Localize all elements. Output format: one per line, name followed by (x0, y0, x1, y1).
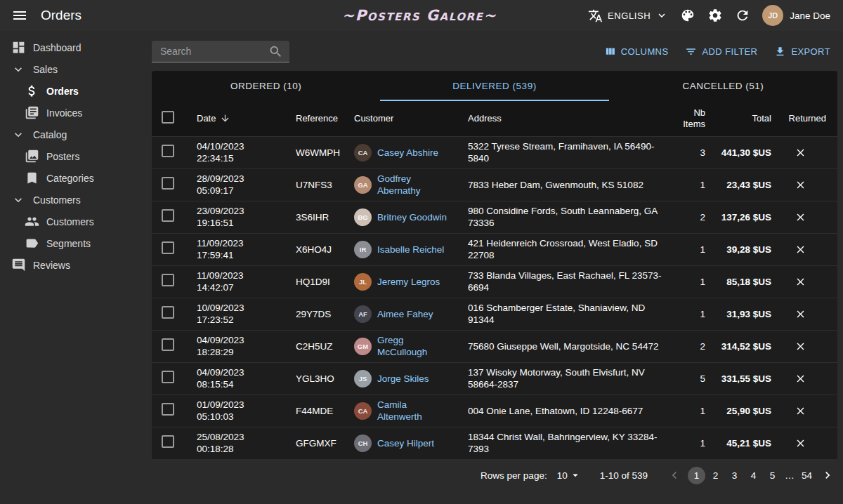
chevron-down-icon (655, 9, 668, 22)
user-menu[interactable]: JD Jane Doe (762, 5, 830, 26)
library-books-icon (23, 105, 40, 120)
customer-link[interactable]: Isabelle Reichel (377, 244, 444, 256)
sidebar-item-orders[interactable]: Orders (0, 80, 152, 102)
next-page-button[interactable] (819, 467, 836, 484)
page-button-3[interactable]: 3 (726, 467, 743, 484)
column-header-total[interactable]: Total (711, 101, 780, 136)
add-filter-button[interactable]: ADD FILTER (679, 43, 763, 60)
cell-nb-items: 1 (671, 298, 711, 330)
filter-icon (685, 46, 697, 58)
sidebar-item-catalog[interactable]: Catalog (0, 124, 152, 145)
sidebar-item-reviews[interactable]: Reviews (0, 254, 152, 276)
cell-address: 75680 Giuseppe Well, Margotside, NC 5447… (457, 330, 671, 362)
orders-list-panel: ORDERED (10)DELIVERED (539)CANCELLED (51… (152, 71, 837, 459)
sidebar-item-posters[interactable]: Posters (0, 145, 152, 167)
customer-link[interactable]: Jeremy Legros (377, 276, 440, 288)
table-row[interactable]: 04/09/2023 18:28:29 C2H5UZ GM Gregg McCu… (152, 330, 837, 362)
row-checkbox[interactable] (162, 145, 174, 157)
column-header-nb-items[interactable]: Nb Items (671, 101, 711, 136)
cell-customer: BG Britney Goodwin (343, 201, 457, 233)
cell-total: 441,30 $US (711, 136, 780, 168)
column-header-reference[interactable]: Reference (285, 101, 343, 136)
table-row[interactable]: 28/09/2023 05:09:17 U7NFS3 GA Godfrey Ab… (152, 168, 837, 201)
cell-reference: GFGMXF (285, 427, 343, 459)
cell-reference: 29Y7DS (285, 298, 343, 330)
sidebar: DashboardSalesOrdersInvoicesCatalogPoste… (0, 31, 152, 504)
row-checkbox[interactable] (162, 177, 174, 190)
sidebar-item-categories[interactable]: Categories (0, 167, 152, 189)
row-checkbox[interactable] (162, 241, 174, 254)
sidebar-item-sales[interactable]: Sales (0, 58, 152, 80)
row-checkbox[interactable] (162, 274, 174, 286)
page-button-54[interactable]: 54 (798, 467, 816, 484)
table-row[interactable]: 23/09/2023 19:16:51 3S6IHR BG Britney Go… (152, 201, 837, 233)
rows-per-page-select[interactable]: 10 (557, 469, 582, 482)
settings-gear-icon[interactable] (707, 8, 723, 23)
cell-nb-items: 1 (671, 265, 711, 298)
sidebar-item-invoices[interactable]: Invoices (0, 102, 152, 124)
label-icon (23, 236, 40, 251)
row-checkbox[interactable] (162, 371, 174, 383)
table-row[interactable]: 11/09/2023 14:42:07 HQ1D9I JL Jeremy Leg… (152, 265, 837, 298)
column-header-customer[interactable]: Customer (343, 101, 457, 136)
cell-total: 45,21 $US (711, 427, 780, 459)
order-date: 10/09/2023 (197, 302, 279, 314)
page-button-5[interactable]: 5 (764, 467, 781, 484)
user-name: Jane Doe (790, 11, 830, 21)
table-row[interactable]: 04/10/2023 22:34:15 W6WMPH CA Casey Absh… (152, 136, 837, 168)
hamburger-menu-icon[interactable] (8, 4, 31, 27)
customer-link[interactable]: Jorge Skiles (377, 373, 429, 385)
column-header-address[interactable]: Address (457, 101, 671, 136)
table-row[interactable]: 04/09/2023 08:15:54 YGL3HO JS Jorge Skil… (152, 362, 837, 394)
table-row[interactable]: 25/08/2023 00:18:28 GFGMXF CH Casey Hilp… (152, 427, 837, 459)
customer-link[interactable]: Casey Hilpert (377, 437, 434, 449)
customer-link[interactable]: Britney Goodwin (377, 211, 447, 223)
order-date: 25/08/2023 (197, 431, 279, 443)
customer-link[interactable]: Casey Abshire (377, 147, 438, 159)
order-date: 28/09/2023 (197, 173, 279, 185)
refresh-icon[interactable] (735, 8, 750, 23)
main-content: COLUMNS ADD FILTER EXPORT ORDERED (10)DE… (152, 31, 843, 504)
sidebar-item-segments[interactable]: Segments (0, 232, 152, 254)
tab-ordered[interactable]: ORDERED (10) (152, 71, 380, 101)
sidebar-item-customers[interactable]: Customers (0, 211, 152, 232)
row-checkbox[interactable] (162, 338, 174, 351)
cell-date: 04/09/2023 08:15:54 (185, 362, 285, 394)
sidebar-item-dashboard[interactable]: Dashboard (0, 37, 152, 58)
order-time: 08:15:54 (197, 378, 279, 390)
select-all-checkbox[interactable] (162, 111, 174, 124)
tab-cancelled[interactable]: CANCELLED (51) (609, 71, 837, 101)
cell-address: 421 Heidenreich Crossroad, West Eladio, … (457, 233, 671, 265)
table-row[interactable]: 11/09/2023 17:59:41 X6HO4J IR Isabelle R… (152, 233, 837, 265)
page-buttons: 12345…54 (666, 467, 836, 484)
app-bar: Orders ~Posters Galore~ ENGLISH JD Jane … (0, 0, 843, 31)
page-button-1[interactable]: 1 (688, 467, 705, 484)
sidebar-item-customers[interactable]: Customers (0, 189, 152, 211)
sidebar-item-label: Posters (46, 151, 79, 162)
tab-delivered[interactable]: DELIVERED (539) (380, 71, 608, 101)
order-date: 23/09/2023 (197, 205, 279, 217)
column-header-returned[interactable]: Returned (780, 101, 837, 136)
cell-reference: C2H5UZ (285, 330, 343, 362)
export-button[interactable]: EXPORT (769, 43, 836, 60)
dashboard-icon (10, 40, 27, 55)
customer-link[interactable]: Godfrey Abernathy (377, 173, 451, 197)
cell-customer: CH Casey Hilpert (343, 427, 457, 459)
row-checkbox[interactable] (162, 306, 174, 319)
row-checkbox[interactable] (162, 209, 174, 222)
customer-link[interactable]: Gregg McCullough (377, 334, 451, 358)
table-row[interactable]: 01/09/2023 05:10:03 F44MDE CA Camila Alt… (152, 394, 837, 427)
page-button-4[interactable]: 4 (745, 467, 762, 484)
customer-link[interactable]: Camila Altenwerth (377, 399, 451, 423)
table-row[interactable]: 10/09/2023 17:23:52 29Y7DS AF Aimee Fahe… (152, 298, 837, 330)
columns-button[interactable]: COLUMNS (599, 43, 674, 60)
customer-link[interactable]: Aimee Fahey (377, 308, 433, 320)
theme-palette-icon[interactable] (680, 8, 695, 23)
language-selector[interactable]: ENGLISH (588, 8, 668, 23)
arrow-drop-down-icon (569, 469, 582, 482)
row-checkbox[interactable] (162, 403, 174, 416)
column-header-date[interactable]: Date (185, 101, 285, 136)
row-checkbox[interactable] (162, 435, 174, 448)
previous-page-button[interactable] (666, 467, 683, 484)
page-button-2[interactable]: 2 (707, 467, 724, 484)
